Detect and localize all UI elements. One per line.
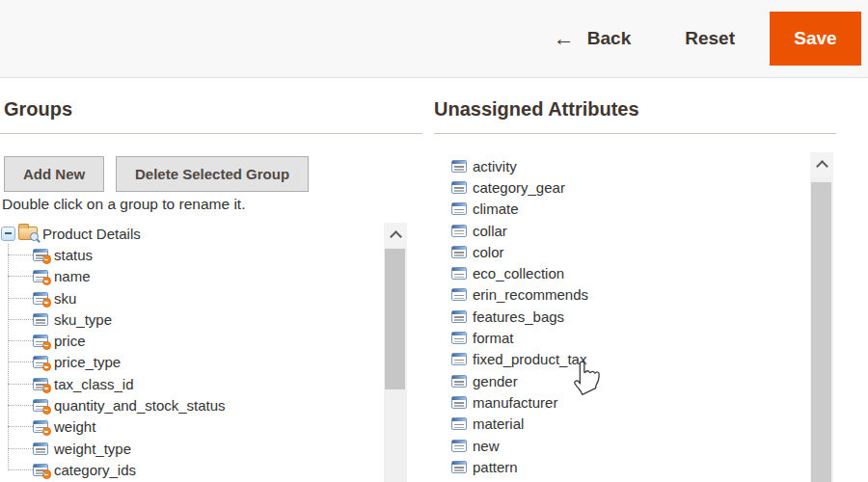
- tree-root-product-details[interactable]: Product Details: [0, 223, 384, 244]
- attribute-icon: [451, 267, 467, 280]
- list-item-features_bags[interactable]: features_bags: [434, 306, 800, 327]
- tree-item-quantity_and_stock_status[interactable]: quantity_and_stock_status: [0, 394, 384, 415]
- list-item-label: manufacturer: [473, 394, 557, 411]
- list-item-label: climate: [473, 201, 519, 217]
- attribute-icon: [451, 461, 467, 473]
- list-item-label: color: [473, 244, 504, 260]
- list-item-label: gender: [473, 373, 518, 389]
- system-attribute-badge-icon: [42, 341, 52, 351]
- attribute-icon: [33, 464, 48, 476]
- scrollbar-thumb[interactable]: [385, 249, 405, 389]
- list-item-label: pattern: [473, 459, 518, 475]
- groups-tree: Product Details status name sku sku_type…: [0, 223, 384, 482]
- tree-children: status name sku sku_type price price_typ…: [0, 244, 384, 480]
- list-item-erin_recommends[interactable]: erin_recommends: [434, 284, 800, 306]
- list-item-activity[interactable]: activity: [434, 155, 800, 176]
- save-button[interactable]: Save: [770, 12, 861, 66]
- system-attribute-badge-icon: [42, 384, 52, 393]
- list-item-label: category_gear: [473, 179, 565, 196]
- tree-item-weight[interactable]: weight: [0, 416, 384, 438]
- unassigned-attributes-list: activity category_gear climate collar co…: [434, 155, 800, 482]
- chevron-up-icon: [390, 230, 402, 243]
- system-attribute-badge-icon: [42, 277, 52, 286]
- delete-selected-group-button[interactable]: Delete Selected Group: [116, 156, 309, 192]
- attribute-icon: [33, 313, 48, 326]
- tree-item-label: price: [54, 333, 86, 349]
- list-item-label: eco_collection: [473, 265, 564, 281]
- list-item-category_gear[interactable]: category_gear: [434, 176, 800, 198]
- list-item-label: erin_recommends: [473, 286, 588, 303]
- list-item-pattern[interactable]: pattern: [434, 456, 800, 477]
- tree-item-label: price_type: [54, 354, 121, 370]
- attribute-icon: [451, 288, 467, 301]
- tree-item-price_type[interactable]: price_type: [0, 352, 384, 373]
- tree-item-label: category_ids: [54, 462, 136, 478]
- tree-connector-stub: [8, 426, 33, 427]
- unassigned-list-scrollbar[interactable]: [810, 152, 833, 482]
- rename-hint-text: Double click on a group to rename it.: [2, 196, 245, 213]
- list-item-label: new: [473, 438, 500, 454]
- system-attribute-badge-icon: [42, 254, 52, 264]
- unassigned-panel-title: Unassigned Attributes: [434, 98, 639, 120]
- list-item-collar[interactable]: collar: [434, 220, 800, 241]
- attribute-icon: [451, 440, 467, 452]
- scroll-up-button[interactable]: [810, 152, 833, 177]
- list-item-gender[interactable]: gender: [434, 370, 800, 391]
- tree-item-label: tax_class_id: [54, 376, 134, 392]
- attribute-icon: [33, 442, 48, 455]
- tree-item-category_ids[interactable]: category_ids: [0, 459, 384, 480]
- attribute-icon: [451, 375, 467, 388]
- tree-root-label: Product Details: [42, 226, 141, 242]
- tree-connector-stub: [8, 276, 33, 277]
- list-item-climate[interactable]: climate: [434, 199, 800, 220]
- list-item-fixed_product_tax[interactable]: fixed_product_tax: [434, 349, 800, 370]
- tree-item-label: weight: [54, 418, 95, 435]
- reset-button[interactable]: Reset: [685, 28, 735, 49]
- list-item-partial[interactable]: [434, 477, 800, 482]
- groups-tree-scrollbar[interactable]: [384, 223, 407, 482]
- attribute-icon: [33, 420, 48, 433]
- tree-connector-stub: [8, 340, 33, 341]
- list-item-color[interactable]: color: [434, 241, 800, 262]
- tree-item-name[interactable]: name: [0, 266, 384, 287]
- tree-item-label: weight_type: [54, 441, 131, 457]
- list-item-label: activity: [473, 158, 517, 174]
- tree-connector-stub: [8, 405, 33, 406]
- tree-item-sku_type[interactable]: sku_type: [0, 308, 384, 330]
- page-toolbar: ← Back Reset Save: [0, 0, 868, 78]
- list-item-format[interactable]: format: [434, 327, 800, 348]
- tree-item-status[interactable]: status: [0, 244, 384, 265]
- attribute-icon: [451, 160, 467, 173]
- tree-item-sku[interactable]: sku: [0, 287, 384, 308]
- reset-button-label: Reset: [685, 28, 735, 48]
- list-item-label: fixed_product_tax: [473, 351, 586, 367]
- list-item-manufacturer[interactable]: manufacturer: [434, 391, 800, 413]
- attribute-icon: [33, 399, 48, 412]
- list-item-new[interactable]: new: [434, 435, 800, 456]
- scrollbar-thumb[interactable]: [811, 182, 831, 482]
- system-attribute-badge-icon: [42, 298, 52, 308]
- tree-item-label: name: [54, 268, 91, 284]
- magnifier-icon: [30, 232, 40, 242]
- tree-item-weight_type[interactable]: weight_type: [0, 438, 384, 459]
- tree-connector-stub: [8, 254, 33, 255]
- list-item-label: features_bags: [473, 308, 564, 325]
- scroll-up-button[interactable]: [384, 223, 407, 248]
- tree-item-price[interactable]: price: [0, 330, 384, 351]
- list-item-eco_collection[interactable]: eco_collection: [434, 262, 800, 283]
- add-new-group-button[interactable]: Add New: [4, 156, 104, 192]
- tree-connector-stub: [8, 362, 33, 362]
- tree-connector-stub: [8, 469, 33, 470]
- attribute-icon: [451, 353, 467, 365]
- list-item-material[interactable]: material: [434, 414, 800, 435]
- system-attribute-badge-icon: [42, 362, 52, 372]
- list-item-label: format: [473, 330, 514, 346]
- tree-item-tax_class_id[interactable]: tax_class_id: [0, 373, 384, 394]
- system-attribute-badge-icon: [42, 427, 52, 437]
- attribute-icon: [451, 202, 467, 215]
- tree-item-label: sku: [54, 290, 76, 307]
- collapse-minus-icon[interactable]: [1, 227, 15, 241]
- back-button[interactable]: ← Back: [554, 28, 631, 49]
- tree-item-label: quantity_and_stock_status: [54, 397, 226, 414]
- attribute-icon: [451, 332, 467, 344]
